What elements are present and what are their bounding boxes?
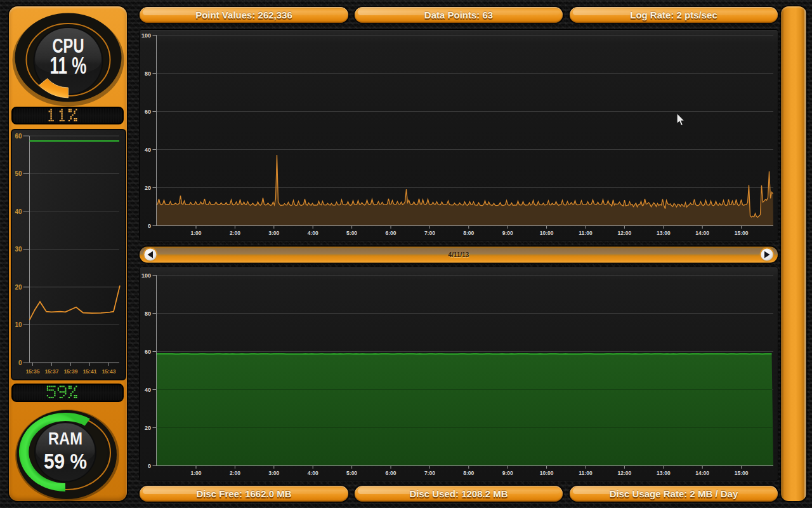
- svg-text:5:00: 5:00: [346, 230, 357, 236]
- svg-text:3:00: 3:00: [268, 230, 279, 236]
- svg-text:11:00: 11:00: [579, 470, 593, 476]
- svg-text:14:00: 14:00: [695, 230, 709, 236]
- svg-text:3:00: 3:00: [268, 470, 279, 476]
- svg-text:4:00: 4:00: [308, 470, 318, 476]
- svg-text:8:00: 8:00: [463, 470, 474, 476]
- svg-text:1:00: 1:00: [190, 470, 201, 476]
- svg-text:13:00: 13:00: [657, 230, 671, 236]
- svg-text:20: 20: [15, 284, 22, 291]
- svg-text:7:00: 7:00: [424, 470, 435, 476]
- svg-text:12:00: 12:00: [618, 230, 632, 236]
- svg-text:9:00: 9:00: [502, 230, 513, 236]
- svg-text:60: 60: [15, 133, 22, 140]
- svg-text:59 %: 59 %: [44, 450, 87, 473]
- svg-text:80: 80: [145, 311, 151, 317]
- svg-text:0: 0: [148, 223, 151, 229]
- svg-text:40: 40: [145, 387, 151, 393]
- svg-text:6:00: 6:00: [385, 470, 396, 476]
- svg-text:13:00: 13:00: [657, 470, 671, 476]
- svg-text:15:00: 15:00: [735, 470, 749, 476]
- svg-text:15:00: 15:00: [735, 230, 749, 236]
- svg-text:8:00: 8:00: [463, 230, 474, 236]
- svg-text:2:00: 2:00: [230, 230, 240, 236]
- svg-text:80: 80: [145, 70, 151, 77]
- svg-text:12:00: 12:00: [618, 470, 632, 476]
- svg-text:15:35: 15:35: [26, 368, 40, 375]
- svg-text:9:00: 9:00: [502, 470, 513, 476]
- svg-text:40: 40: [145, 147, 151, 153]
- svg-text:100: 100: [141, 272, 151, 279]
- svg-text:15:39: 15:39: [64, 368, 78, 375]
- svg-text:1:00: 1:00: [190, 230, 201, 236]
- svg-text:10: 10: [15, 321, 22, 328]
- svg-text:11:00: 11:00: [579, 230, 593, 236]
- svg-text:60: 60: [145, 109, 151, 115]
- svg-text:5:00: 5:00: [346, 470, 357, 476]
- svg-text:15:43: 15:43: [102, 368, 116, 375]
- svg-text:40: 40: [15, 208, 22, 215]
- svg-text:15:37: 15:37: [45, 368, 59, 375]
- svg-text:4:00: 4:00: [308, 230, 318, 236]
- svg-text:7:00: 7:00: [424, 230, 435, 236]
- svg-text:20: 20: [145, 425, 151, 431]
- svg-text:30: 30: [15, 246, 22, 253]
- svg-text:RAM: RAM: [48, 429, 82, 448]
- svg-text:60: 60: [145, 349, 151, 355]
- svg-text:15:41: 15:41: [83, 368, 97, 375]
- svg-text:0: 0: [18, 359, 22, 366]
- svg-text:14:00: 14:00: [695, 470, 709, 476]
- svg-text:0: 0: [148, 463, 151, 469]
- svg-text:6:00: 6:00: [385, 230, 396, 236]
- svg-text:100: 100: [141, 32, 151, 39]
- svg-text:4/11/13: 4/11/13: [449, 251, 469, 258]
- svg-text:11 %: 11 %: [50, 53, 87, 79]
- svg-text:2:00: 2:00: [230, 470, 240, 476]
- svg-text:10:00: 10:00: [540, 230, 554, 236]
- svg-text:50: 50: [15, 170, 22, 177]
- svg-text:20: 20: [145, 185, 151, 191]
- svg-text:10:00: 10:00: [540, 470, 554, 476]
